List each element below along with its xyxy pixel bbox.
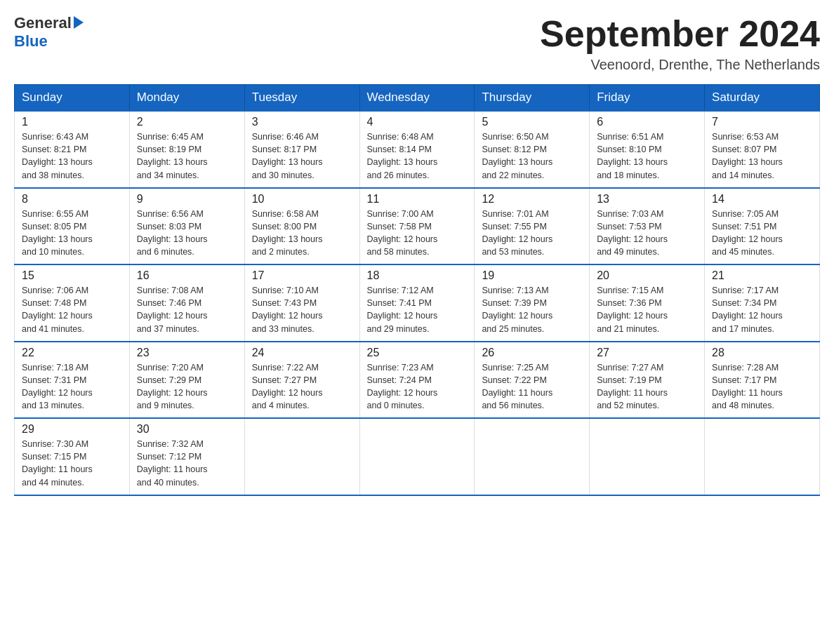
- logo: General Blue: [14, 14, 84, 51]
- calendar-day-cell: 13Sunrise: 7:03 AMSunset: 7:53 PMDayligh…: [590, 188, 705, 265]
- day-number: 28: [712, 347, 812, 359]
- calendar-day-cell: [590, 418, 705, 495]
- calendar-day-cell: 5Sunrise: 6:50 AMSunset: 8:12 PMDaylight…: [475, 111, 590, 188]
- day-number: 25: [367, 347, 468, 359]
- calendar-day-cell: 26Sunrise: 7:25 AMSunset: 7:22 PMDayligh…: [475, 342, 590, 419]
- logo-arrow-icon: [74, 16, 84, 29]
- calendar-day-cell: 2Sunrise: 6:45 AMSunset: 8:19 PMDaylight…: [129, 111, 244, 188]
- calendar-day-cell: 28Sunrise: 7:28 AMSunset: 7:17 PMDayligh…: [705, 342, 820, 419]
- calendar-day-cell: 16Sunrise: 7:08 AMSunset: 7:46 PMDayligh…: [129, 264, 244, 342]
- day-info: Sunrise: 7:01 AMSunset: 7:55 PMDaylight:…: [482, 208, 582, 259]
- day-number: 27: [597, 347, 697, 359]
- day-info: Sunrise: 7:25 AMSunset: 7:22 PMDaylight:…: [482, 361, 582, 412]
- calendar-table: SundayMondayTuesdayWednesdayThursdayFrid…: [14, 84, 820, 496]
- calendar-day-cell: 21Sunrise: 7:17 AMSunset: 7:34 PMDayligh…: [705, 264, 820, 342]
- day-info: Sunrise: 7:30 AMSunset: 7:15 PMDaylight:…: [22, 438, 122, 489]
- day-info: Sunrise: 6:51 AMSunset: 8:10 PMDaylight:…: [597, 130, 697, 182]
- calendar-day-cell: [705, 418, 820, 495]
- day-number: 10: [252, 193, 352, 206]
- day-number: 9: [137, 193, 237, 206]
- day-number: 1: [22, 116, 122, 128]
- calendar-day-cell: 12Sunrise: 7:01 AMSunset: 7:55 PMDayligh…: [475, 188, 590, 265]
- day-number: 4: [367, 116, 468, 128]
- day-number: 16: [137, 269, 237, 282]
- calendar-week-row: 22Sunrise: 7:18 AMSunset: 7:31 PMDayligh…: [15, 342, 820, 419]
- day-info: Sunrise: 7:23 AMSunset: 7:24 PMDaylight:…: [367, 361, 468, 412]
- day-number: 23: [137, 347, 237, 359]
- day-number: 30: [137, 423, 237, 436]
- day-number: 3: [252, 116, 352, 128]
- calendar-day-cell: 9Sunrise: 6:56 AMSunset: 8:03 PMDaylight…: [129, 188, 244, 265]
- day-info: Sunrise: 7:22 AMSunset: 7:27 PMDaylight:…: [252, 361, 352, 412]
- page-header: General Blue September 2024 Veenoord, Dr…: [14, 14, 820, 73]
- day-number: 18: [367, 269, 468, 282]
- weekday-header-wednesday: Wednesday: [359, 85, 475, 112]
- day-number: 24: [252, 347, 352, 359]
- day-number: 19: [482, 269, 582, 282]
- day-info: Sunrise: 6:55 AMSunset: 8:05 PMDaylight:…: [22, 208, 122, 259]
- weekday-header-tuesday: Tuesday: [244, 85, 359, 112]
- calendar-day-cell: 18Sunrise: 7:12 AMSunset: 7:41 PMDayligh…: [359, 264, 475, 342]
- day-number: 17: [252, 269, 352, 282]
- calendar-day-cell: 24Sunrise: 7:22 AMSunset: 7:27 PMDayligh…: [244, 342, 359, 419]
- weekday-header-row: SundayMondayTuesdayWednesdayThursdayFrid…: [15, 85, 820, 112]
- calendar-day-cell: 20Sunrise: 7:15 AMSunset: 7:36 PMDayligh…: [590, 264, 705, 342]
- day-info: Sunrise: 7:13 AMSunset: 7:39 PMDaylight:…: [482, 284, 582, 335]
- calendar-week-row: 29Sunrise: 7:30 AMSunset: 7:15 PMDayligh…: [15, 418, 820, 495]
- day-number: 2: [137, 116, 237, 128]
- day-info: Sunrise: 7:08 AMSunset: 7:46 PMDaylight:…: [137, 284, 237, 335]
- logo-blue-text: Blue: [14, 32, 48, 51]
- calendar-day-cell: 30Sunrise: 7:32 AMSunset: 7:12 PMDayligh…: [129, 418, 244, 495]
- calendar-day-cell: 25Sunrise: 7:23 AMSunset: 7:24 PMDayligh…: [359, 342, 475, 419]
- day-number: 20: [597, 269, 697, 282]
- day-number: 26: [482, 347, 582, 359]
- day-info: Sunrise: 7:03 AMSunset: 7:53 PMDaylight:…: [597, 208, 697, 259]
- month-title: September 2024: [540, 14, 820, 54]
- day-info: Sunrise: 7:06 AMSunset: 7:48 PMDaylight:…: [22, 284, 122, 335]
- day-number: 21: [712, 269, 812, 282]
- calendar-day-cell: 17Sunrise: 7:10 AMSunset: 7:43 PMDayligh…: [244, 264, 359, 342]
- day-number: 5: [482, 116, 582, 128]
- calendar-day-cell: 19Sunrise: 7:13 AMSunset: 7:39 PMDayligh…: [475, 264, 590, 342]
- day-number: 15: [22, 269, 122, 282]
- day-info: Sunrise: 7:32 AMSunset: 7:12 PMDaylight:…: [137, 438, 237, 489]
- logo-general-text: General: [14, 14, 72, 32]
- day-info: Sunrise: 6:56 AMSunset: 8:03 PMDaylight:…: [137, 208, 237, 259]
- weekday-header-sunday: Sunday: [15, 85, 130, 112]
- calendar-day-cell: 27Sunrise: 7:27 AMSunset: 7:19 PMDayligh…: [590, 342, 705, 419]
- day-info: Sunrise: 6:45 AMSunset: 8:19 PMDaylight:…: [137, 130, 237, 182]
- day-number: 29: [22, 423, 122, 436]
- day-number: 8: [22, 193, 122, 206]
- weekday-header-friday: Friday: [590, 85, 705, 112]
- day-info: Sunrise: 6:48 AMSunset: 8:14 PMDaylight:…: [367, 130, 468, 182]
- calendar-day-cell: 1Sunrise: 6:43 AMSunset: 8:21 PMDaylight…: [15, 111, 130, 188]
- day-info: Sunrise: 6:43 AMSunset: 8:21 PMDaylight:…: [22, 130, 122, 182]
- day-info: Sunrise: 7:12 AMSunset: 7:41 PMDaylight:…: [367, 284, 468, 335]
- day-info: Sunrise: 7:18 AMSunset: 7:31 PMDaylight:…: [22, 361, 122, 412]
- day-info: Sunrise: 6:46 AMSunset: 8:17 PMDaylight:…: [252, 130, 352, 182]
- calendar-day-cell: 6Sunrise: 6:51 AMSunset: 8:10 PMDaylight…: [590, 111, 705, 188]
- day-number: 13: [597, 193, 697, 206]
- weekday-header-thursday: Thursday: [475, 85, 590, 112]
- calendar-day-cell: 22Sunrise: 7:18 AMSunset: 7:31 PMDayligh…: [15, 342, 130, 419]
- calendar-day-cell: 7Sunrise: 6:53 AMSunset: 8:07 PMDaylight…: [705, 111, 820, 188]
- day-info: Sunrise: 7:15 AMSunset: 7:36 PMDaylight:…: [597, 284, 697, 335]
- calendar-day-cell: 29Sunrise: 7:30 AMSunset: 7:15 PMDayligh…: [15, 418, 130, 495]
- location-subtitle: Veenoord, Drenthe, The Netherlands: [540, 57, 820, 73]
- day-info: Sunrise: 7:17 AMSunset: 7:34 PMDaylight:…: [712, 284, 812, 335]
- calendar-week-row: 1Sunrise: 6:43 AMSunset: 8:21 PMDaylight…: [15, 111, 820, 188]
- calendar-day-cell: [475, 418, 590, 495]
- calendar-day-cell: 8Sunrise: 6:55 AMSunset: 8:05 PMDaylight…: [15, 188, 130, 265]
- day-number: 7: [712, 116, 812, 128]
- day-info: Sunrise: 7:00 AMSunset: 7:58 PMDaylight:…: [367, 208, 468, 259]
- day-number: 22: [22, 347, 122, 359]
- calendar-day-cell: [244, 418, 359, 495]
- calendar-day-cell: 15Sunrise: 7:06 AMSunset: 7:48 PMDayligh…: [15, 264, 130, 342]
- day-info: Sunrise: 6:53 AMSunset: 8:07 PMDaylight:…: [712, 130, 812, 182]
- day-number: 11: [367, 193, 468, 206]
- day-info: Sunrise: 6:58 AMSunset: 8:00 PMDaylight:…: [252, 208, 352, 259]
- calendar-day-cell: 14Sunrise: 7:05 AMSunset: 7:51 PMDayligh…: [705, 188, 820, 265]
- day-info: Sunrise: 7:28 AMSunset: 7:17 PMDaylight:…: [712, 361, 812, 412]
- weekday-header-monday: Monday: [129, 85, 244, 112]
- calendar-week-row: 15Sunrise: 7:06 AMSunset: 7:48 PMDayligh…: [15, 264, 820, 342]
